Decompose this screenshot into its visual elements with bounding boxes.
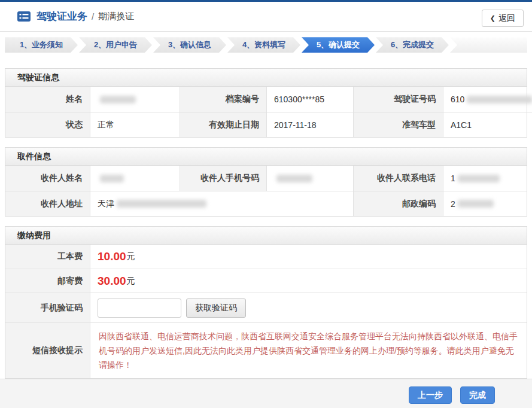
field-value-recipient-name xyxy=(90,166,180,191)
redacted-value xyxy=(467,96,532,103)
field-value-expiry: 2017-11-18 xyxy=(267,112,354,137)
license-list-icon xyxy=(17,11,31,22)
field-label-mailing-fee: 邮寄费 xyxy=(5,269,90,293)
field-label-expiry: 有效期止日期 xyxy=(180,112,267,137)
step-6-complete-submit[interactable]: 6、完成提交 xyxy=(376,37,449,53)
field-value-recipient-address: 天津 xyxy=(90,191,354,216)
field-label-production-fee: 工本费 xyxy=(5,245,90,269)
field-value-name xyxy=(90,87,180,112)
get-sms-code-button[interactable]: 获取验证码 xyxy=(186,299,246,318)
redacted-value xyxy=(117,200,206,208)
step-label: 5、确认提交 xyxy=(317,39,360,50)
field-label-file-no: 档案编号 xyxy=(180,87,267,112)
production-fee-unit: 元 xyxy=(127,251,135,262)
field-label-recipient-phone: 收件人联系电话 xyxy=(354,166,443,191)
field-value-recipient-mobile xyxy=(267,166,354,191)
redacted-value xyxy=(100,175,124,182)
step-5-confirm-submit-active[interactable]: 5、确认提交 xyxy=(302,37,375,53)
step-label: 6、完成提交 xyxy=(391,39,434,50)
page: 驾驶证业务 / 期满换证 ❮ 返回 1、业务须知 2、用户申告 3、确认信息 4… xyxy=(0,0,532,408)
breadcrumb-separator: / xyxy=(92,11,94,22)
redacted-value xyxy=(100,96,136,103)
steps-bar-tail xyxy=(450,37,527,53)
breadcrumb-current: 期满换证 xyxy=(98,11,134,22)
page-title: 驾驶证业务 xyxy=(37,10,87,23)
field-value-file-no: 610300****85 xyxy=(267,87,354,112)
license-info-section: 驾驶证信息 姓名 档案编号 610300****85 驾驶证号码 610 状态 … xyxy=(5,68,527,138)
redacted-value xyxy=(276,175,312,182)
field-label-sms-code: 手机验证码 xyxy=(5,293,90,322)
fees-table: 工本费 10.00 元 邮寄费 30.00 元 手机验证码 获取验证码 短信接收… xyxy=(5,245,527,378)
field-value-recipient-phone: 1 xyxy=(443,166,527,191)
field-label-license-no: 驾驶证号码 xyxy=(354,87,443,112)
back-button-label: 返回 xyxy=(498,13,515,24)
field-value-mailing-fee: 30.00 元 xyxy=(90,269,527,293)
pickup-info-section: 取件信息 收件人姓名 收件人手机号码 收件人联系电话 1 收件人地址 天津 邮政… xyxy=(5,147,527,217)
field-label-status: 状态 xyxy=(5,112,90,137)
pickup-info-table: 收件人姓名 收件人手机号码 收件人联系电话 1 收件人地址 天津 邮政编码 2 xyxy=(5,166,527,216)
sms-code-input[interactable] xyxy=(98,299,181,318)
step-4-fill-data[interactable]: 4、资料填写 xyxy=(227,37,300,53)
field-label-name: 姓名 xyxy=(5,87,90,112)
chevron-left-icon: ❮ xyxy=(490,14,495,22)
step-label: 4、资料填写 xyxy=(242,39,285,50)
field-value-status: 正常 xyxy=(90,112,180,137)
field-label-postal-code: 邮政编码 xyxy=(354,191,443,216)
step-label: 1、业务须知 xyxy=(20,39,63,50)
back-button[interactable]: ❮ 返回 xyxy=(482,10,524,27)
step-2-user-declaration[interactable]: 2、用户申告 xyxy=(79,37,152,53)
redacted-value xyxy=(458,175,500,182)
footer-action-bar: 上一步 完成 xyxy=(0,379,532,408)
field-value-vehicle-class: A1C1 xyxy=(443,112,532,137)
mailing-fee-amount: 30.00 xyxy=(98,275,126,288)
field-label-recipient-address: 收件人地址 xyxy=(5,191,90,216)
pickup-section-title: 取件信息 xyxy=(5,148,527,166)
field-value-production-fee: 10.00 元 xyxy=(90,245,527,269)
wizard-steps-bar: 1、业务须知 2、用户申告 3、确认信息 4、资料填写 5、确认提交 6、完成提… xyxy=(5,37,527,53)
step-label: 3、确认信息 xyxy=(168,39,211,50)
redacted-value xyxy=(458,200,494,208)
field-value-license-no: 610 xyxy=(443,87,532,112)
sms-notice-text: 因陕西省联通、电信运营商技术问题，陕西省互联网交通安全综合服务管理平台无法向持陕… xyxy=(90,322,527,378)
field-label-sms-notice: 短信接收提示 xyxy=(5,322,90,378)
fees-section-title: 缴纳费用 xyxy=(5,227,527,245)
sms-code-field: 获取验证码 xyxy=(90,293,527,322)
step-1-business-notes[interactable]: 1、业务须知 xyxy=(5,37,78,53)
production-fee-amount: 10.00 xyxy=(98,250,126,263)
page-header: 驾驶证业务 / 期满换证 ❮ 返回 xyxy=(0,2,532,32)
license-info-table: 姓名 档案编号 610300****85 驾驶证号码 610 状态 正常 有效期… xyxy=(5,87,527,137)
mailing-fee-unit: 元 xyxy=(127,276,135,287)
field-label-vehicle-class: 准驾车型 xyxy=(354,112,443,137)
field-label-recipient-name: 收件人姓名 xyxy=(5,166,90,191)
field-label-recipient-mobile: 收件人手机号码 xyxy=(180,166,267,191)
step-label: 2、用户申告 xyxy=(94,39,137,50)
field-value-postal-code: 2 xyxy=(443,191,527,216)
fees-section: 缴纳费用 工本费 10.00 元 邮寄费 30.00 元 手机验证码 获取验证码… xyxy=(5,226,527,379)
license-section-title: 驾驶证信息 xyxy=(5,69,527,87)
finish-button[interactable]: 完成 xyxy=(460,386,495,404)
step-3-confirm-info[interactable]: 3、确认信息 xyxy=(153,37,226,53)
previous-step-button[interactable]: 上一步 xyxy=(409,386,452,404)
content: 驾驶证信息 姓名 档案编号 610300****85 驾驶证号码 610 状态 … xyxy=(0,68,532,379)
